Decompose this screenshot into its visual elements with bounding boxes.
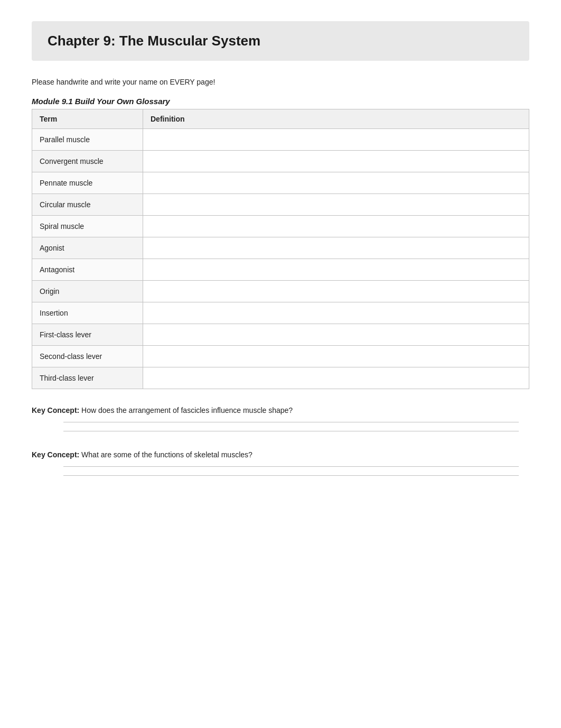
term-cell: Parallel muscle: [32, 129, 143, 151]
definition-cell: [143, 129, 529, 151]
term-cell: Insertion: [32, 302, 143, 324]
definition-cell: [143, 302, 529, 324]
table-row: Spiral muscle: [32, 216, 529, 237]
key-concept-2: Key Concept: What are some of the functi…: [32, 450, 529, 476]
table-row: Circular muscle: [32, 194, 529, 216]
term-cell: Third-class lever: [32, 367, 143, 389]
instructions-text: Please handwrite and write your name on …: [32, 78, 529, 86]
answer-line: [63, 466, 519, 467]
table-row: Convergent muscle: [32, 151, 529, 172]
table-row: Antagonist: [32, 259, 529, 281]
definition-cell: [143, 172, 529, 194]
term-cell: Antagonist: [32, 259, 143, 281]
answer-line: [63, 422, 519, 422]
term-cell: Second-class lever: [32, 346, 143, 367]
definition-cell: [143, 237, 529, 259]
col-header-definition: Definition: [143, 109, 529, 129]
table-row: First-class lever: [32, 324, 529, 346]
key-concept-1: Key Concept: How does the arrangement of…: [32, 406, 529, 431]
chapter-title: Chapter 9: The Muscular System: [48, 33, 260, 49]
table-row: Pennate muscle: [32, 172, 529, 194]
term-cell: First-class lever: [32, 324, 143, 346]
answer-line: [63, 475, 519, 476]
definition-cell: [143, 281, 529, 302]
term-cell: Spiral muscle: [32, 216, 143, 237]
term-cell: Convergent muscle: [32, 151, 143, 172]
table-row: Parallel muscle: [32, 129, 529, 151]
chapter-header: Chapter 9: The Muscular System: [32, 21, 529, 61]
table-row: Insertion: [32, 302, 529, 324]
definition-cell: [143, 367, 529, 389]
module-title: Module 9.1 Build Your Own Glossary: [32, 97, 529, 106]
definition-cell: [143, 324, 529, 346]
key-concept-1-answer-area: [32, 422, 529, 431]
glossary-table: Term Definition Parallel muscleConvergen…: [32, 109, 529, 389]
key-concept-2-answer-area: [32, 466, 529, 476]
table-row: Second-class lever: [32, 346, 529, 367]
definition-cell: [143, 259, 529, 281]
key-concept-2-label: Key Concept: What are some of the functi…: [32, 450, 529, 459]
term-cell: Agonist: [32, 237, 143, 259]
term-cell: Circular muscle: [32, 194, 143, 216]
table-row: Third-class lever: [32, 367, 529, 389]
answer-line: [63, 431, 519, 431]
definition-cell: [143, 346, 529, 367]
definition-cell: [143, 151, 529, 172]
definition-cell: [143, 194, 529, 216]
term-cell: Pennate muscle: [32, 172, 143, 194]
col-header-term: Term: [32, 109, 143, 129]
table-row: Agonist: [32, 237, 529, 259]
term-cell: Origin: [32, 281, 143, 302]
key-concept-1-label: Key Concept: How does the arrangement of…: [32, 406, 529, 414]
definition-cell: [143, 216, 529, 237]
table-row: Origin: [32, 281, 529, 302]
